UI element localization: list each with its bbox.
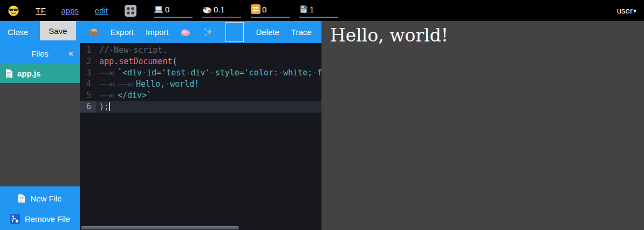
laptop-icon bbox=[154, 5, 163, 13]
space-whitespace-marker: · bbox=[142, 68, 147, 78]
line-number: 4 bbox=[80, 79, 96, 90]
text-cursor bbox=[109, 102, 110, 111]
meter-value: 0.1 bbox=[214, 5, 225, 14]
code-line-text: `<div·id='test-div'·style='color:·white;… bbox=[96, 67, 321, 79]
line-number: 1 bbox=[80, 45, 96, 56]
close-button[interactable]: Close bbox=[8, 27, 28, 37]
space-whitespace-marker: · bbox=[165, 79, 170, 89]
h-scrollbar-thumb[interactable] bbox=[81, 226, 239, 229]
dots-grid-icon[interactable] bbox=[124, 4, 137, 17]
code-line[interactable]: 1//·New·script. bbox=[80, 45, 321, 56]
save-button[interactable]: Save bbox=[40, 21, 76, 40]
tab-whitespace-marker bbox=[118, 82, 134, 87]
new-file-icon bbox=[18, 194, 25, 203]
resource-meters: 00.101 bbox=[154, 4, 338, 18]
space-whitespace-marker: · bbox=[210, 68, 215, 78]
floppy-icon bbox=[299, 5, 308, 13]
new-file-button[interactable]: New File bbox=[0, 191, 80, 205]
files-spacer bbox=[0, 83, 80, 186]
code-line[interactable]: 3`<div·id='test-div'·style='color:·white… bbox=[80, 67, 321, 79]
code-line-text: Hello,·world! bbox=[96, 79, 321, 90]
app-preview: Hello, world! bbox=[321, 21, 644, 230]
pane-body: Files « app.js New File Remove File bbox=[0, 43, 321, 230]
repeat-icon bbox=[251, 4, 261, 14]
meter-repeat[interactable]: 0 bbox=[251, 4, 290, 18]
top-bar: TF apps edit 00.101 user ▾ bbox=[0, 0, 644, 21]
meter-hamster[interactable]: 0.1 bbox=[202, 4, 241, 18]
code-line-text: //·New·script. bbox=[96, 45, 321, 56]
brand-link[interactable]: TF bbox=[36, 6, 46, 15]
code-editor[interactable]: 1//·New·script.2app.setDocument(3`<div·i… bbox=[80, 43, 321, 230]
files-actions: New File Remove File bbox=[0, 186, 80, 230]
code-area: 1//·New·script.2app.setDocument(3`<div·i… bbox=[80, 43, 321, 113]
tab-whitespace-marker bbox=[99, 93, 115, 99]
new-file-label: New File bbox=[30, 194, 61, 203]
line-number: 2 bbox=[80, 56, 96, 67]
chevron-down-icon: ▾ bbox=[633, 7, 636, 15]
tab-whitespace-marker bbox=[99, 71, 115, 76]
preview-hello-text: Hello, world! bbox=[321, 21, 644, 46]
export-button[interactable]: Export bbox=[111, 27, 134, 37]
code-line[interactable]: 6); bbox=[80, 101, 321, 113]
code-line-text: ); bbox=[96, 101, 321, 113]
toolbar-empty-box[interactable] bbox=[225, 22, 244, 42]
space-whitespace-marker: · bbox=[278, 68, 283, 78]
line-number: 6 bbox=[80, 101, 96, 113]
user-menu[interactable]: user ▾ bbox=[617, 6, 636, 15]
tab-whitespace-marker bbox=[99, 82, 115, 87]
meter-floppy[interactable]: 1 bbox=[299, 4, 338, 18]
litter-bin-icon bbox=[10, 214, 20, 224]
main-area: Close Save Export Import Delete Trace Fi… bbox=[0, 21, 644, 230]
delete-button[interactable]: Delete bbox=[256, 27, 279, 37]
code-line-text: </div>` bbox=[96, 90, 321, 101]
code-line[interactable]: 2app.setDocument( bbox=[80, 56, 321, 67]
file-item-appjs[interactable]: app.js bbox=[0, 64, 80, 83]
line-number: 3 bbox=[80, 67, 96, 79]
files-header: Files « bbox=[0, 43, 80, 64]
remove-file-button[interactable]: Remove File bbox=[0, 212, 80, 226]
import-button[interactable]: Import bbox=[146, 27, 169, 37]
space-whitespace-marker: · bbox=[128, 45, 133, 55]
h-scrollbar bbox=[80, 226, 321, 230]
nav-link-apps[interactable]: apps bbox=[61, 6, 79, 15]
space-whitespace-marker: · bbox=[109, 45, 114, 55]
editor-pane: Close Save Export Import Delete Trace Fi… bbox=[0, 21, 321, 230]
code-line[interactable]: 4Hello,·world! bbox=[80, 79, 321, 90]
collapse-sidebar-button[interactable]: « bbox=[68, 48, 73, 58]
package-icon[interactable] bbox=[88, 27, 99, 38]
file-icon bbox=[5, 69, 13, 78]
meter-value: 0 bbox=[165, 5, 169, 14]
user-menu-label: user bbox=[617, 6, 633, 15]
code-line-text: app.setDocument( bbox=[96, 56, 321, 67]
hamster-icon bbox=[202, 5, 212, 13]
trace-button[interactable]: Trace bbox=[291, 27, 312, 37]
nav-link-edit[interactable]: edit bbox=[95, 6, 108, 15]
files-header-title: Files bbox=[31, 49, 49, 58]
meter-value: 0 bbox=[262, 5, 266, 14]
remove-file-label: Remove File bbox=[25, 214, 70, 224]
meter-laptop[interactable]: 0 bbox=[154, 4, 193, 18]
soap-icon[interactable] bbox=[180, 28, 191, 37]
code-line[interactable]: 5</div>` bbox=[80, 90, 321, 101]
file-item-label: app.js bbox=[17, 69, 40, 78]
files-sidebar: Files « app.js New File Remove File bbox=[0, 43, 80, 230]
space-whitespace-marker: · bbox=[312, 68, 317, 78]
meter-value: 1 bbox=[310, 5, 314, 14]
smiley-sunglasses-icon[interactable] bbox=[8, 5, 19, 17]
editor-toolbar: Close Save Export Import Delete Trace bbox=[0, 21, 321, 43]
line-number: 5 bbox=[80, 90, 96, 101]
sparkles-icon[interactable] bbox=[203, 27, 214, 38]
